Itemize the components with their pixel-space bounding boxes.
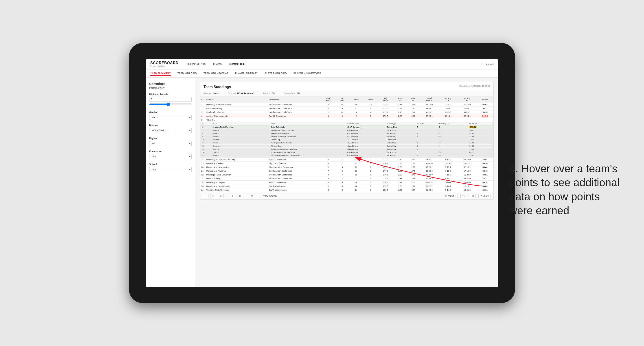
clock-button[interactable]: ⏱ <box>249 194 255 198</box>
col-avg-sg: Avg.SG <box>394 96 407 103</box>
sub-table-row: 12 Univers... Williams Cup NCAA Division… <box>201 145 492 148</box>
col-conference: Conference <box>268 96 321 103</box>
col-vs-top50: Vs Top50 <box>458 96 476 103</box>
sub-table-row: 15 Univers... 2023 Sahalee Players Champ… <box>201 154 492 157</box>
table-row-highlighted: 4 Arizona State University Pac-12 Confer… <box>200 114 494 118</box>
redo-button[interactable]: ↪ <box>210 194 216 198</box>
update-time: Update time: 13/03/2024 10:03:42 <box>459 85 490 87</box>
sub-table-row: 14 East Ter... OFCC Fighting Illini Invi… <box>201 151 492 154</box>
subnav-player-summary[interactable]: PLAYER SUMMARY <box>235 71 258 76</box>
undo-button[interactable]: ↩ <box>202 194 208 198</box>
share-button[interactable]: ↗ Share <box>478 194 491 198</box>
min-rounds-label: Minimum Rounds <box>149 93 192 96</box>
col-rank: # <box>200 96 205 103</box>
division-section: Division NCAA Division I NCAA Division I… <box>149 124 192 133</box>
conference-select[interactable]: (All) <box>149 154 192 159</box>
report-filters: Gender: Men's Division: NCAA Division I … <box>200 91 494 96</box>
subnav-player-h2h-grid[interactable]: PLAYER H2H GRID <box>265 71 287 76</box>
subnav-team-summary[interactable]: TEAM SUMMARY <box>150 71 171 76</box>
nav-links: TOURNAMENTS TEAMS COMMITTEE <box>185 62 482 67</box>
subnav-player-h2h-heatmap[interactable]: PLAYER H2H HEATMAP <box>294 71 321 76</box>
filter-division-label: Division: <box>228 92 236 95</box>
sub-nav: TEAM SUMMARY TEAM H2H GRID TEAM H2H HEAT… <box>146 69 498 78</box>
update-time-value: 13/03/2024 10:03:42 <box>471 85 490 87</box>
table-header-row: # School Conference ConfRank NoTour Rnds… <box>200 96 494 103</box>
nav-tournaments[interactable]: TOURNAMENTS <box>185 62 206 67</box>
gender-label: Gender <box>149 111 192 114</box>
sign-out: | Sign out <box>482 63 494 65</box>
table-row: 2 Auburn University Southeastern Confere… <box>200 107 494 111</box>
min-rounds-input[interactable] <box>149 97 192 102</box>
region-section: Region N/A All <box>149 137 192 146</box>
conference-section: Conference (All) <box>149 150 192 159</box>
filter-division: Division: NCAA Division I <box>228 92 254 95</box>
reset-button[interactable]: ↺ <box>218 194 224 198</box>
filter-conference: Conference: All <box>284 92 300 95</box>
col-wins: Wins <box>364 96 378 103</box>
sidebar: Committee Portal Review Minimum Rounds G… <box>146 78 195 287</box>
filter-region-value: All <box>272 92 275 95</box>
toolbar-right: 👁 Watch ▾ 💬 ⊞ ↗ Share <box>443 194 491 198</box>
division-label: Division <box>149 124 192 127</box>
min-rounds-slider[interactable] <box>149 103 192 106</box>
filter-conference-label: Conference: <box>284 92 296 95</box>
table-row: 1 University of North Carolina Atlantic … <box>200 103 494 107</box>
school-section: School (All) <box>149 163 192 172</box>
table-row: 21 University of Alabama Southeastern Co… <box>200 169 494 173</box>
copy-button[interactable]: ⧉ <box>230 194 236 198</box>
tooltip-section-header: # Team Event Event Division Event Type R… <box>200 122 494 158</box>
filter-gender: Gender: Men's <box>204 92 219 95</box>
update-time-label: Update time: <box>459 85 471 87</box>
annotation-content: 4. Hover over a team's points to see add… <box>509 163 620 216</box>
portal-label: Committee Portal Review <box>149 82 192 89</box>
conference-label: Conference <box>149 150 192 153</box>
school-label: School <box>149 163 192 166</box>
sub-table-row: 8 Univers... Amer Ari Intercollegiate NC… <box>201 132 492 135</box>
col-low-sg: LowSG <box>407 96 420 103</box>
school-select[interactable]: (All) <box>149 167 192 172</box>
table-row: 26 The Ohio State University Big Ten Con… <box>200 188 494 192</box>
app-subtitle: Powered by clippd <box>150 65 178 67</box>
tablet-shell: SCOREBOARD Powered by clippd TOURNAMENTS… <box>129 43 515 303</box>
table-row: 25 University of North Florida ASUN Conf… <box>200 184 494 188</box>
nav-committee[interactable]: COMMITTEE <box>229 62 245 67</box>
tablet-screen: SCOREBOARD Powered by clippd TOURNAMENTS… <box>146 59 498 287</box>
col-adj-score: Adj.Score <box>378 96 394 103</box>
grid-button[interactable]: ⊞ <box>470 194 476 198</box>
col-school: School <box>205 96 268 103</box>
watch-button[interactable]: 👁 Watch ▾ <box>443 194 458 198</box>
portal-title: Committee <box>149 82 192 86</box>
report-title: Team Standings <box>204 85 231 89</box>
sign-out-link[interactable]: Sign out <box>485 63 494 65</box>
subnav-team-h2h-grid[interactable]: TEAM H2H GRID <box>178 71 197 76</box>
division-select[interactable]: NCAA Division I NCAA Division II <box>149 128 192 133</box>
watch-label: Watch <box>448 195 454 197</box>
col-overall: OverallRecord <box>420 96 439 103</box>
sub-table-row: 7 Univers... Southern Highlands Collegia… <box>201 129 492 132</box>
min-rounds-section: Minimum Rounds <box>149 93 192 107</box>
sub-table-row: 9 Univers... National Invitational Tourn… <box>201 135 492 138</box>
toolbar: ↩ ↪ ↺ | ⧉ ⊞ | ⏱ | View: Original <box>200 192 494 199</box>
view-label: View: Original <box>263 195 277 197</box>
view-original-button[interactable]: View: Original <box>261 194 279 198</box>
region-select[interactable]: N/A All <box>149 141 192 146</box>
top-nav: SCOREBOARD Powered by clippd TOURNAMENTS… <box>146 59 498 69</box>
gender-section: Gender Men's Women's <box>149 111 192 120</box>
sub-table-row: 6 Arizona State University Cabo Collegia… <box>201 126 492 129</box>
comment-button[interactable]: 💬 <box>460 194 467 198</box>
gender-select[interactable]: Men's Women's <box>149 115 192 120</box>
annotation-text: 4. Hover over a team's points to see add… <box>509 162 626 218</box>
filter-region: Region: All <box>263 92 275 95</box>
nav-teams[interactable]: TEAMS <box>213 62 222 67</box>
filter-gender-value: Men's <box>212 92 219 95</box>
col-conf-rank: ConfRank <box>321 96 336 103</box>
table-row: 18 University of California, Berkeley Pa… <box>200 158 494 162</box>
paste-button[interactable]: ⊞ <box>237 194 243 198</box>
table-row: 20 University of New Mexico Mountain Wes… <box>200 165 494 169</box>
highlighted-points: 79.5 <box>482 115 488 117</box>
region-label: Region <box>149 137 192 140</box>
filter-conference-value: All <box>297 92 300 95</box>
table-row: 24 University of Oregon Pac-12 Conferenc… <box>200 181 494 184</box>
main-content: Committee Portal Review Minimum Rounds G… <box>146 78 498 287</box>
subnav-team-h2h-heatmap[interactable]: TEAM H2H HEATMAP <box>204 71 228 76</box>
